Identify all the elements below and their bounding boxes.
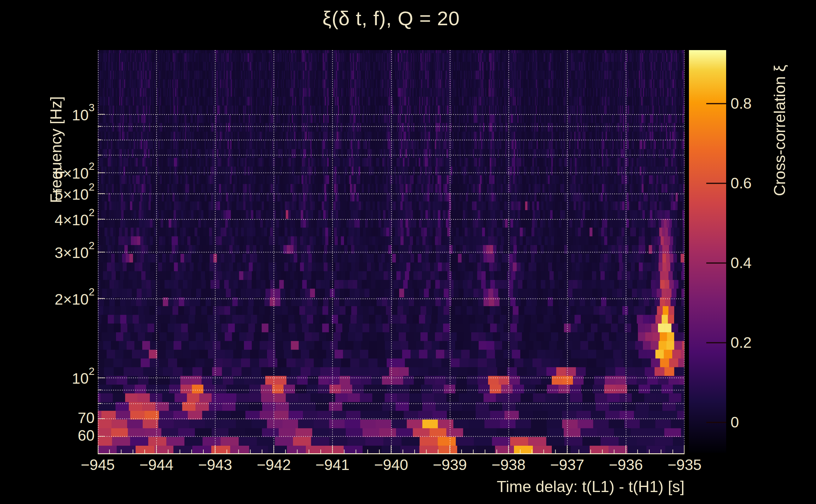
spectrogram-heatmap — [98, 50, 685, 454]
colorbar — [689, 50, 726, 453]
y-tick-label: 60 — [0, 428, 95, 444]
colorbar-tick-mark — [706, 342, 726, 343]
y-tick-label: 70 — [0, 410, 95, 427]
colorbar-tick-mark — [706, 422, 726, 423]
x-axis-label: Time delay: t(L1) - t(H1) [s] — [369, 478, 685, 496]
chart-title: ξ(δ t, f), Q = 20 — [98, 7, 685, 30]
colorbar-tick-label: 0 — [731, 415, 794, 430]
y-tick-label: 102 — [0, 369, 95, 386]
colorbar-label: Cross-correlation ξ — [771, 49, 789, 212]
y-tick-label: 6×102 — [0, 164, 95, 181]
x-tick-label: −935 — [650, 457, 719, 473]
colorbar-tick-label: 0.4 — [731, 255, 794, 271]
colorbar-tick-label: 0.2 — [731, 335, 794, 350]
y-tick-label: 3×102 — [0, 244, 95, 260]
colorbar-tick-mark — [706, 103, 726, 104]
colorbar-tick-mark — [706, 183, 726, 184]
y-tick-label: 4×102 — [0, 211, 95, 227]
colorbar-tick-mark — [706, 262, 726, 264]
y-tick-label: 5×102 — [0, 186, 95, 202]
y-tick-label: 103 — [0, 106, 95, 123]
figure: ξ(δ t, f), Q = 20 Frequency [Hz] 1036×10… — [0, 0, 816, 504]
y-tick-label: 2×102 — [0, 290, 95, 307]
plot-area — [98, 50, 685, 454]
